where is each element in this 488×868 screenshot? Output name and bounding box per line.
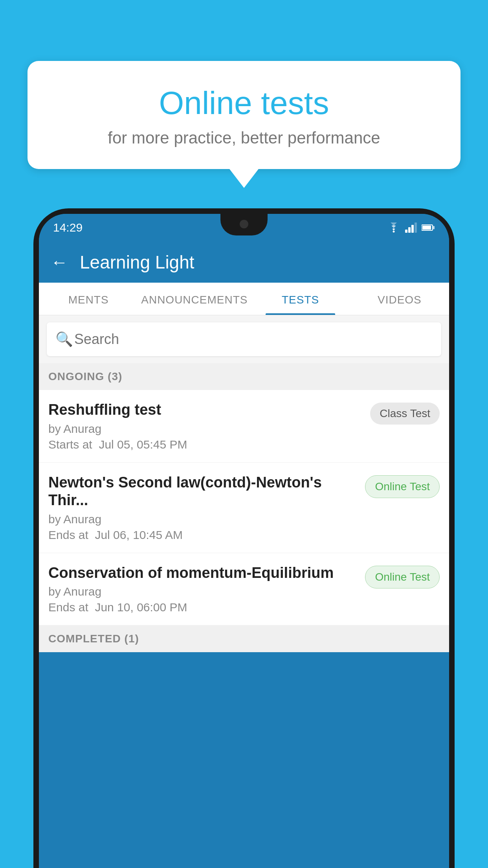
test-item-time: Ends at Jul 06, 10:45 AM: [48, 528, 359, 542]
test-item-name: Reshuffling test: [48, 401, 364, 419]
camera-icon: [240, 220, 248, 228]
app-header-title: Learning Light: [80, 252, 194, 273]
app-header: ← Learning Light: [39, 241, 449, 283]
search-icon: 🔍: [55, 331, 73, 348]
speech-bubble: Online tests for more practice, better p…: [28, 61, 460, 169]
phone-frame: 14:29: [33, 208, 455, 868]
test-item-time: Ends at Jun 10, 06:00 PM: [48, 601, 359, 614]
speech-bubble-subtitle: for more practice, better performance: [47, 129, 441, 147]
speech-bubble-title: Online tests: [47, 85, 441, 121]
search-wrapper: 🔍: [47, 322, 441, 356]
tab-tests[interactable]: TESTS: [251, 283, 350, 315]
phone-container: 14:29: [33, 208, 455, 868]
back-button[interactable]: ←: [51, 252, 68, 272]
test-item[interactable]: Conservation of momentum-Equilibrium by …: [39, 553, 449, 626]
phone-screen: 14:29: [39, 214, 449, 868]
battery-icon: [422, 224, 435, 231]
test-item-author: by Anurag: [48, 585, 359, 598]
signal-icon: [405, 223, 417, 233]
test-item-info: Reshuffling test by Anurag Starts at Jul…: [48, 401, 364, 451]
svg-rect-6: [422, 226, 431, 230]
svg-rect-1: [405, 230, 407, 233]
search-input[interactable]: [47, 322, 441, 356]
test-item-info: Conservation of momentum-Equilibrium by …: [48, 564, 359, 614]
svg-rect-2: [408, 227, 411, 233]
test-item[interactable]: Newton's Second law(contd)-Newton's Thir…: [39, 463, 449, 553]
svg-rect-3: [411, 225, 414, 233]
test-item-name: Conservation of momentum-Equilibrium: [48, 564, 359, 582]
phone-notch: [220, 214, 268, 235]
status-time: 14:29: [53, 221, 83, 234]
search-container: 🔍: [39, 315, 449, 363]
test-item[interactable]: Reshuffling test by Anurag Starts at Jul…: [39, 390, 449, 463]
test-item-time: Starts at Jul 05, 05:45 PM: [48, 438, 364, 451]
ongoing-section-header: ONGOING (3): [39, 363, 449, 390]
tab-assignments[interactable]: MENTS: [39, 283, 138, 315]
wifi-icon: [387, 223, 400, 233]
tests-list: Reshuffling test by Anurag Starts at Jul…: [39, 390, 449, 652]
status-bar: 14:29: [39, 214, 449, 241]
completed-section-header: COMPLETED (1): [39, 625, 449, 652]
tab-videos[interactable]: VIDEOS: [350, 283, 449, 315]
test-item-name: Newton's Second law(contd)-Newton's Thir…: [48, 474, 359, 509]
test-item-author: by Anurag: [48, 422, 364, 436]
svg-point-0: [393, 231, 395, 233]
test-item-info: Newton's Second law(contd)-Newton's Thir…: [48, 474, 359, 542]
tab-announcements[interactable]: ANNOUNCEMENTS: [138, 283, 251, 315]
test-badge-class: Class Test: [370, 403, 440, 425]
test-badge-online: Online Test: [365, 475, 440, 498]
svg-rect-7: [433, 226, 435, 229]
status-icons: [387, 223, 435, 233]
tabs-bar: MENTS ANNOUNCEMENTS TESTS VIDEOS: [39, 283, 449, 315]
test-badge-online: Online Test: [365, 566, 440, 588]
svg-rect-4: [415, 223, 417, 233]
test-item-author: by Anurag: [48, 513, 359, 526]
